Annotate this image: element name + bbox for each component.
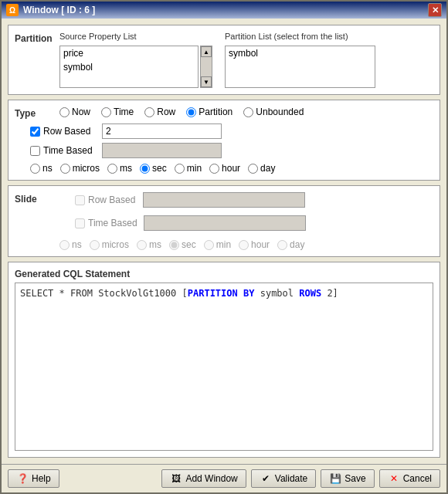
type-now-label[interactable]: Now [59,107,90,117]
validate-label: Validate [275,473,307,484]
partition-list-col: Partition List (select from the list) sy… [225,32,375,88]
slide-unit-ms[interactable]: ms [137,239,161,250]
type-unit-sec[interactable]: sec [140,163,167,174]
slide-label: Slide [15,192,53,205]
type-unit-min-radio[interactable] [175,164,185,174]
slide-unit-min-radio[interactable] [204,240,214,250]
slide-unit-min[interactable]: min [204,239,231,250]
cancel-label: Cancel [403,473,432,484]
cql-label: Generated CQL Statement [15,269,433,279]
slide-row-input-disabled [143,192,305,208]
main-window: Ω Window [ ID : 6 ] ✕ Partition Source P… [0,0,448,494]
slide-unit-sec-radio[interactable] [169,240,179,250]
slide-unit-ns[interactable]: ns [59,239,82,250]
source-scrollbar[interactable]: ▲ ▼ [200,46,212,88]
type-unbounded-radio[interactable] [243,107,253,117]
type-unit-min[interactable]: min [175,163,202,174]
type-units-row: ns micros ms sec [30,163,433,174]
cql-text-end: 2] [321,288,338,299]
scroll-track [201,57,212,76]
window-icon: Ω [6,4,19,16]
help-label: Help [32,473,51,484]
partition-section: Partition Source Property List price sym… [8,25,440,95]
cql-text-plain: SELECT * FROM StockVolGt1000 [ [20,288,188,299]
slide-units-row: ns micros ms sec [59,239,433,250]
type-time-label[interactable]: Time [101,107,134,117]
type-header-row: Type Now Time Row [15,107,433,119]
cql-keyword-rows: ROWS [299,288,321,299]
slide-unit-ns-radio[interactable] [59,240,70,250]
slide-unit-hour-radio[interactable] [239,240,249,250]
help-button[interactable]: ❓ Help [8,469,59,488]
type-partition-label[interactable]: Partition [186,107,232,117]
source-col: Source Property List price symbol ▲ ▼ [59,32,212,88]
slide-unit-micros[interactable]: micros [90,239,129,250]
slide-unit-sec[interactable]: sec [169,239,196,250]
slide-unit-hour[interactable]: hour [239,239,270,250]
scroll-down-btn[interactable]: ▼ [201,76,212,87]
save-button[interactable]: 💾 Save [321,469,374,488]
slide-time-based-label[interactable]: Time Based [75,218,137,228]
source-item-price[interactable]: price [60,46,198,60]
title-bar-left: Ω Window [ ID : 6 ] [6,4,95,16]
type-unit-hour-radio[interactable] [209,164,219,174]
cancel-icon: ✕ [388,472,400,485]
slide-unit-day[interactable]: day [277,239,304,250]
type-unit-ns[interactable]: ns [30,163,53,174]
type-partition-radio[interactable] [186,107,196,117]
type-now-radio[interactable] [59,107,70,117]
type-time-radio[interactable] [101,107,111,117]
slide-row-based-row: Row Based [75,192,433,208]
source-listbox-container: price symbol ▲ ▼ [59,46,212,88]
footer: ❓ Help 🖼 Add Window ✔ Validate 💾 Save ✕ … [2,464,446,492]
validate-button[interactable]: ✔ Validate [251,469,316,488]
type-unit-ms[interactable]: ms [107,163,132,174]
time-based-label[interactable]: Time Based [30,145,96,156]
add-window-label: Add Window [185,473,237,484]
type-unit-day-radio[interactable] [248,164,258,174]
slide-time-input-disabled [144,215,306,231]
row-based-input[interactable] [102,124,222,139]
source-listbox[interactable]: price symbol [59,46,199,88]
row-based-checkbox[interactable] [30,127,40,137]
slide-row-based-checkbox[interactable] [75,195,85,205]
row-based-label[interactable]: Row Based [30,126,96,137]
help-icon: ❓ [16,472,29,485]
cancel-button[interactable]: ✕ Cancel [379,469,440,488]
type-unbounded-label[interactable]: Unbounded [243,107,304,117]
type-row-radio[interactable] [144,107,154,117]
add-window-button[interactable]: 🖼 Add Window [161,469,246,488]
slide-unit-day-radio[interactable] [277,240,287,250]
close-button[interactable]: ✕ [428,3,442,17]
scroll-up-btn[interactable]: ▲ [201,46,212,57]
slide-time-based-row: Time Based [75,215,433,231]
save-icon: 💾 [329,472,341,485]
slide-time-based-checkbox[interactable] [75,218,85,228]
slide-unit-micros-radio[interactable] [90,240,100,250]
slide-unit-ms-radio[interactable] [137,240,147,250]
type-unit-day[interactable]: day [248,163,275,174]
add-window-icon: 🖼 [170,472,182,485]
type-unit-sec-radio[interactable] [140,164,150,174]
cql-box: SELECT * FROM StockVolGt1000 [PARTITION … [15,283,433,451]
type-row-label[interactable]: Row [144,107,175,117]
source-item-symbol[interactable]: symbol [60,60,198,74]
source-list-label: Source Property List [59,32,212,41]
type-label: Type [15,107,53,119]
partition-list-label: Partition List (select from the list) [225,32,375,41]
slide-content: Row Based Time Based [59,192,433,250]
cql-text-middle: symbol [254,288,299,299]
type-unit-micros[interactable]: micros [60,163,100,174]
type-unit-hour[interactable]: hour [209,163,240,174]
type-unit-ms-radio[interactable] [107,164,117,174]
partition-row: Partition Source Property List price sym… [15,32,433,88]
partition-content: Source Property List price symbol ▲ ▼ [59,32,433,88]
slide-row-based-label[interactable]: Row Based [75,195,137,205]
partition-listbox[interactable]: symbol [225,46,375,88]
window-title: Window [ ID : 6 ] [23,5,95,15]
type-unit-micros-radio[interactable] [60,164,70,174]
cql-keyword-partition: PARTITION BY [188,288,255,299]
time-based-checkbox[interactable] [30,146,40,156]
validate-icon: ✔ [260,472,272,485]
type-unit-ns-radio[interactable] [30,164,40,174]
